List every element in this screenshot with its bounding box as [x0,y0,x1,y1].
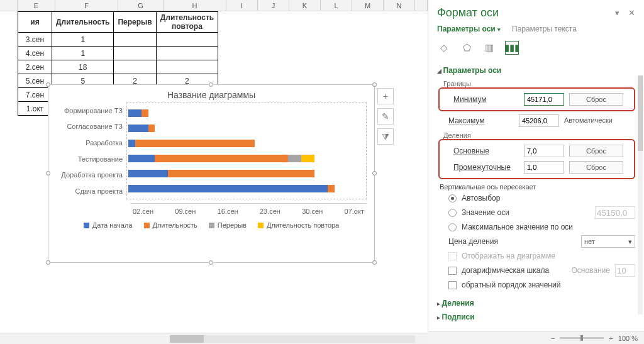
cell[interactable] [156,33,218,47]
chart[interactable]: Название диаграммы Формирование ТЗСоглас… [48,84,375,263]
legend-item[interactable]: Перерыв [209,221,247,229]
col-header[interactable]: G [118,0,164,11]
col-header[interactable]: H [164,0,226,11]
category-label: Формирование ТЗ [53,103,123,118]
minor-input[interactable] [524,161,564,174]
cross-value-input[interactable] [595,206,635,219]
legend-swatch [144,223,150,228]
cell[interactable] [114,33,156,47]
col-header[interactable]: N [384,0,415,11]
cell[interactable]: 1.окт [18,102,52,116]
x-axis-labels[interactable]: 02.сен09.сен16.сен23.сен30.сен07.окт [130,203,367,215]
x-tick: 07.окт [345,208,364,215]
bar-segment[interactable] [155,155,287,162]
chevron-down-icon: ▾ [628,238,632,246]
pane-dropdown-icon[interactable]: ▾ [615,8,619,18]
bar-segment[interactable] [135,140,255,147]
zoom-level[interactable]: 100 % [618,335,638,342]
col-header[interactable]: F [55,0,118,11]
minor-label: Промежуточные [453,163,519,172]
bar-segment[interactable] [128,155,155,162]
chart-legend[interactable]: Дата началаДлительностьПерерывДлительнос… [48,215,374,233]
show-on-chart-checkbox [448,252,457,260]
plot-area[interactable] [126,103,367,199]
bar-segment[interactable] [128,185,328,192]
th: ия [18,12,52,33]
bar-segment[interactable] [148,125,155,132]
section-axis-options[interactable]: Параметры оси [437,64,635,77]
pane-scrollbar[interactable] [638,75,643,314]
pane-close-icon[interactable]: ✕ [628,8,635,18]
bar-row [127,166,366,181]
cell[interactable] [156,47,218,60]
col-header[interactable]: E [18,0,55,11]
bar-segment[interactable] [128,125,148,132]
max-input[interactable] [519,114,559,127]
status-bar: − + 100 % [428,331,644,344]
chart-add-element-button[interactable]: + [377,88,394,104]
cell[interactable] [156,60,218,74]
section-labels[interactable]: Подписи [437,310,635,324]
cell[interactable]: 2.сен [18,60,52,74]
col-header[interactable]: J [258,0,289,11]
cell[interactable]: 4.сен [18,47,52,60]
min-reset-button[interactable]: Сброс [569,93,623,106]
zoom-out-button[interactable]: − [551,335,555,342]
radio-axis-value[interactable] [448,209,457,217]
bar-segment[interactable] [128,170,168,177]
log-scale-checkbox[interactable] [448,267,457,275]
bar-segment[interactable] [142,109,148,117]
legend-swatch [84,223,89,228]
effects-icon[interactable]: ⬠ [460,41,474,55]
display-units-select[interactable]: нет▾ [581,235,635,248]
bar-segment[interactable] [168,170,314,177]
format-axis-pane: Формат оси ▾ ✕ Параметры оси ▾ Параметры… [428,0,644,344]
major-reset-button[interactable]: Сброс [569,145,623,157]
cell[interactable] [114,47,156,60]
legend-item[interactable]: Дата начала [84,221,133,229]
bar-segment[interactable] [288,155,301,162]
funnel-icon: ⧩ [382,131,389,142]
bar-segment[interactable] [301,155,314,162]
chart-title[interactable]: Название диаграммы [48,85,374,103]
bar-segment[interactable] [128,140,135,147]
bar-segment[interactable] [328,185,335,192]
legend-item[interactable]: Длительность [144,221,197,229]
zoom-in-button[interactable]: + [609,335,613,342]
col-header[interactable]: L [321,0,352,11]
zoom-slider[interactable] [560,337,604,339]
reverse-order-checkbox[interactable] [448,281,457,289]
category-label: Сдача проекта [53,184,123,199]
cell[interactable]: 7.сен [18,88,52,102]
radio-auto[interactable] [448,194,457,203]
minor-reset-button[interactable]: Сброс [569,161,623,174]
col-header[interactable]: I [226,0,258,11]
x-tick: 09.сен [175,208,196,215]
cell[interactable]: 3.сен [18,33,52,47]
spreadsheet-area: E F G H I J K L M N ия Длительность Пере… [0,0,428,344]
legend-label: Дата начала [92,221,133,229]
fill-line-icon[interactable]: ◇ [437,41,451,55]
cell[interactable] [114,60,156,74]
chart-filter-button[interactable]: ⧩ [377,128,394,145]
tab-axis-options[interactable]: Параметры оси ▾ [437,25,501,33]
section-tick-marks[interactable]: Деления [437,296,635,310]
col-header[interactable]: M [352,0,384,11]
col-header[interactable]: K [289,0,321,11]
x-tick: 23.сен [260,208,280,215]
radio-max-value[interactable] [448,223,457,231]
legend-item[interactable]: Длительность повтора [258,221,339,229]
tab-text-options[interactable]: Параметры текста [512,25,577,33]
bar-segment[interactable] [128,109,142,117]
axis-options-icon[interactable]: ▮▮▮ [505,41,519,55]
major-label: Основные [453,147,519,155]
min-label: Минимум [453,95,519,104]
major-input[interactable] [524,145,564,157]
horizontal-scrollbar[interactable] [0,333,428,344]
cell[interactable]: 1 [52,33,114,47]
chart-style-button[interactable]: ✎ [377,108,394,125]
min-input[interactable] [524,93,564,106]
cell[interactable]: 18 [52,60,114,74]
cell[interactable]: 1 [52,47,114,60]
size-properties-icon[interactable]: ▥ [482,41,496,55]
